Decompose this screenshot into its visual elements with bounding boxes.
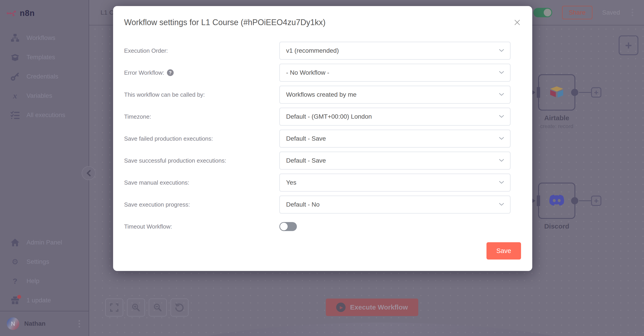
checklist-icon: [10, 111, 20, 120]
chevron-down-icon: [499, 203, 504, 207]
selected-value: Default - Save: [286, 135, 326, 142]
output-port[interactable]: [571, 197, 578, 204]
error-workflow-select[interactable]: - No Workflow -: [279, 64, 510, 82]
form-row: Save execution progress: Default - No: [113, 194, 532, 216]
sitemap-icon: [10, 33, 20, 42]
output-port[interactable]: [571, 89, 578, 96]
add-connected-node-button[interactable]: +: [591, 196, 601, 206]
form-row: This workflow can be called by: Workflow…: [113, 84, 532, 106]
sidebar: n8n Workflows: [0, 0, 89, 336]
sidebar-item-templates[interactable]: Templates: [0, 47, 89, 67]
field-label: Timezone:: [113, 113, 279, 120]
field-label: Save manual executions:: [113, 179, 279, 186]
field-label: Timeout Workflow:: [113, 223, 279, 230]
save-failed-executions-select[interactable]: Default - Save: [279, 130, 510, 148]
help-tooltip-icon[interactable]: ?: [167, 69, 174, 76]
sidebar-collapse-button[interactable]: [82, 166, 96, 180]
save-manual-executions-select[interactable]: Yes: [279, 174, 510, 192]
form-row: Save manual executions: Yes: [113, 172, 532, 194]
gift-icon: [10, 296, 20, 305]
execution-order-select[interactable]: v1 (recommended): [279, 42, 510, 60]
avatar: N: [7, 317, 19, 330]
save-execution-progress-select[interactable]: Default - No: [279, 196, 510, 214]
close-icon[interactable]: [512, 18, 522, 27]
sidebar-item-label: Variables: [26, 92, 52, 99]
gear-icon: ⚙: [10, 257, 20, 266]
selected-value: Default - (GMT+00:00) London: [286, 113, 372, 120]
timeout-workflow-toggle[interactable]: [279, 222, 297, 231]
field-label: Execution Order:: [113, 47, 279, 54]
sidebar-item-label: Workflows: [26, 34, 56, 41]
chevron-down-icon: [499, 159, 504, 163]
user-kebab-menu-icon[interactable]: [77, 318, 82, 329]
form-row: Timezone: Default - (GMT+00:00) London: [113, 106, 532, 128]
node-discord-body[interactable]: +: [538, 183, 575, 219]
modal-header: Workflow settings for L1 Course (#hPOiEE…: [113, 6, 532, 27]
sidebar-item-variables[interactable]: x Variables: [0, 86, 89, 105]
home-icon: [10, 238, 20, 247]
topbar-controls: Share Saved: [534, 6, 635, 19]
sidebar-item-label: Settings: [26, 258, 49, 265]
sidebar-item-help[interactable]: ? Help: [0, 271, 89, 291]
node-airtable: + Airtable create: record: [538, 74, 575, 111]
selected-value: v1 (recommended): [286, 47, 339, 54]
zoom-in-button[interactable]: [127, 299, 145, 317]
connector-line: [579, 201, 591, 201]
chevron-down-icon: [499, 93, 504, 97]
n8n-logo[interactable]: n8n: [0, 0, 89, 26]
sticky-note-edge: [134, 323, 628, 336]
input-port: [537, 195, 540, 206]
selected-value: Default - No: [286, 201, 320, 208]
selected-value: Yes: [286, 179, 296, 186]
form-row: Save failed production executions: Defau…: [113, 128, 532, 150]
box-icon: [10, 53, 20, 62]
execute-workflow-button[interactable]: ▶ Execute Workflow: [326, 299, 418, 316]
sidebar-bottom: Admin Panel ⚙ Settings ? Help: [0, 233, 89, 336]
discord-logo-icon: [549, 194, 564, 207]
execute-workflow-label: Execute Workflow: [350, 304, 408, 311]
sidebar-item-admin-panel[interactable]: Admin Panel: [0, 233, 89, 252]
selected-value: Workflows created by me: [286, 91, 356, 98]
key-icon: [10, 72, 20, 81]
workflow-settings-modal: Workflow settings for L1 Course (#hPOiEE…: [113, 6, 532, 271]
save-successful-executions-select[interactable]: Default - Save: [279, 152, 510, 170]
sidebar-item-workflows[interactable]: Workflows: [0, 28, 89, 47]
app-window: n8n Workflows: [0, 0, 644, 336]
share-button[interactable]: Share: [562, 6, 592, 19]
field-label: Save successful production executions:: [113, 157, 279, 164]
user-menu[interactable]: N Nathan: [0, 311, 89, 336]
caller-policy-select[interactable]: Workflows created by me: [279, 86, 510, 104]
variables-icon: x: [10, 91, 20, 100]
n8n-logo-icon: [7, 8, 16, 18]
sidebar-item-label: Credentials: [26, 73, 58, 80]
input-port: [537, 87, 540, 98]
node-discord: + Discord: [538, 183, 575, 219]
workflow-kebab-menu-icon[interactable]: [630, 7, 635, 18]
workflow-active-toggle[interactable]: [534, 8, 552, 17]
settings-form: Execution Order: v1 (recommended) Error …: [113, 40, 532, 238]
selected-value: - No Workflow -: [286, 69, 329, 76]
connector-line: [579, 92, 591, 93]
node-airtable-body[interactable]: +: [538, 74, 575, 111]
sidebar-item-label: Help: [26, 278, 40, 285]
timezone-select[interactable]: Default - (GMT+00:00) London: [279, 108, 510, 126]
chevron-down-icon: [499, 181, 504, 185]
reset-zoom-button[interactable]: [170, 299, 188, 317]
sidebar-item-settings[interactable]: ⚙ Settings: [0, 252, 89, 271]
update-badge-dot: [17, 295, 21, 299]
sidebar-item-updates[interactable]: 1 update: [0, 291, 89, 310]
canvas-controls: [105, 299, 188, 317]
sidebar-item-all-executions[interactable]: All executions: [0, 105, 89, 125]
zoom-out-button[interactable]: [149, 299, 167, 317]
selected-value: Default - Save: [286, 157, 326, 164]
form-row: Save successful production executions: D…: [113, 150, 532, 172]
add-connected-node-button[interactable]: +: [591, 87, 601, 98]
field-label: Error Workflow: ?: [113, 69, 279, 76]
add-node-button[interactable]: +: [619, 35, 638, 55]
chevron-down-icon: [499, 137, 504, 141]
form-row: Timeout Workflow:: [113, 216, 532, 238]
field-label: This workflow can be called by:: [113, 91, 279, 98]
save-button[interactable]: Save: [486, 242, 521, 260]
fit-view-button[interactable]: [105, 299, 123, 317]
sidebar-item-credentials[interactable]: Credentials: [0, 67, 89, 86]
